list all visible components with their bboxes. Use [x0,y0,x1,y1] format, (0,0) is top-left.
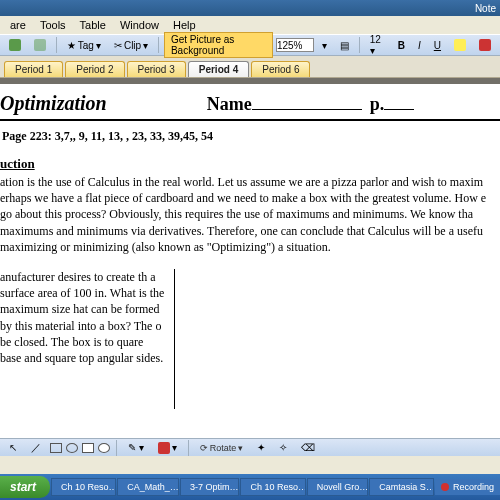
section-tabs: Period 1 Period 2 Period 3 Period 4 Peri… [0,56,500,78]
bold-button[interactable]: B [393,38,410,53]
doc-title: Optimization [0,92,107,115]
page-width-icon[interactable]: ▤ [335,38,354,53]
two-column: anufacturer desires to create th a surfa… [0,269,500,409]
name-label: Name [207,94,252,115]
italic-button[interactable]: I [413,38,426,53]
task-item[interactable]: Ch 10 Reso… [51,478,116,496]
start-button[interactable]: start [0,476,50,498]
font-color-button[interactable] [474,37,496,53]
task-item[interactable]: CA_Math_… [117,478,179,496]
underline-button[interactable]: U [429,38,446,53]
menu-help[interactable]: Help [167,19,202,31]
line-tool[interactable]: ／ [26,439,46,457]
menu-window[interactable]: Window [114,19,165,31]
pen-tool[interactable]: ✎ ▾ [123,440,149,455]
tab-period-6[interactable]: Period 6 [251,61,310,77]
filled-oval-tool[interactable] [98,443,110,453]
tab-period-2[interactable]: Period 2 [65,61,124,77]
zoom-dropdown[interactable]: ▾ [317,38,332,53]
intro-heading: uction [0,156,500,172]
clip-button[interactable]: ✂ Clip ▾ [109,38,153,53]
tab-period-1[interactable]: Period 1 [4,61,63,77]
p-blank [384,96,414,110]
color-tool[interactable]: ▾ [153,440,182,456]
menu-tools[interactable]: Tools [34,19,72,31]
record-icon [441,483,449,491]
filled-rect-tool[interactable] [82,443,94,453]
font-size-dropdown[interactable]: 12 ▾ [365,32,390,58]
get-picture-button[interactable]: Get Picture as Background [164,32,273,58]
drawing-toolbar: ↖ ／ ✎ ▾ ▾ ⟳ Rotate ▾ ✦ ✧ ⌫ [0,438,500,456]
header-row: Optimization Name p. [0,92,500,121]
back-button[interactable] [4,37,26,53]
eraser-tool[interactable]: ⌫ [296,440,320,455]
name-blank [252,96,362,110]
menu-share[interactable]: are [4,19,32,31]
tag-button[interactable]: ★ Tag ▾ [62,38,106,53]
select-tool[interactable]: ↖ [4,440,22,455]
forward-button[interactable] [29,37,51,53]
task-item[interactable]: Camtasia S… [369,478,434,496]
oval-tool[interactable] [66,443,78,453]
window-titlebar: Note [0,0,500,16]
system-tray[interactable]: Recording [435,479,500,495]
tab-period-3[interactable]: Period 3 [127,61,186,77]
task-item[interactable]: Ch 10 Reso… [240,478,305,496]
highlight-button[interactable] [449,37,471,53]
task-item[interactable]: 3-7 Optim… [180,478,239,496]
intro-body: ation is the use of Calculus in the real… [0,174,500,255]
rect-tool[interactable] [50,443,62,453]
tab-period-4[interactable]: Period 4 [188,61,249,77]
homework-line: Page 223: 3,7,, 9, 11, 13, , 23, 33, 39,… [0,129,500,144]
app-name: Note [475,3,496,14]
ink-tool-1[interactable]: ✦ [252,440,270,455]
problem-text: anufacturer desires to create th a surfa… [0,269,175,409]
main-toolbar: ★ Tag ▾ ✂ Clip ▾ Get Picture as Backgrou… [0,34,500,56]
tray-text: Recording [453,482,494,492]
rotate-tool[interactable]: ⟳ Rotate ▾ [195,441,249,455]
zoom-input[interactable] [276,38,314,52]
p-label: p. [370,94,385,115]
page-canvas: Optimization Name p. Page 223: 3,7,, 9, … [0,78,500,438]
document-page[interactable]: Optimization Name p. Page 223: 3,7,, 9, … [0,84,500,438]
ink-tool-2[interactable]: ✧ [274,440,292,455]
task-item[interactable]: Novell Gro… [307,478,369,496]
menu-table[interactable]: Table [74,19,112,31]
windows-taskbar: start Ch 10 Reso… CA_Math_… 3-7 Optim… C… [0,474,500,500]
work-area[interactable] [175,269,500,409]
